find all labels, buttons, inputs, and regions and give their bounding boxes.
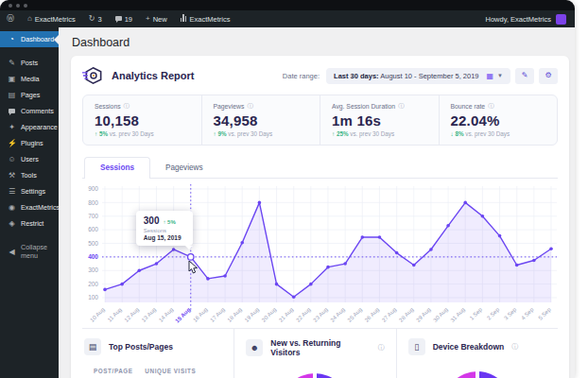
info-icon[interactable]: ⓘ	[124, 102, 130, 111]
date-range-preset: Last 30 days:	[334, 72, 379, 80]
date-range-label: Date range:	[283, 72, 320, 80]
table-headers: POST/PAGEUNIQUE VISITS	[84, 368, 222, 374]
svg-text:2 Sep: 2 Sep	[486, 306, 501, 321]
sidebar-item-comments[interactable]: Comments	[0, 103, 59, 119]
wp-sidebar: ◔Dashboard✎Posts▣Media▤PagesComments✦App…	[0, 27, 59, 378]
date-range-picker[interactable]: Last 30 days: August 10 - September 5, 2…	[326, 68, 510, 84]
sidebar-item-tools[interactable]: ⚒Tools	[0, 167, 59, 183]
card-new-vs-returning-visitors: ☻New vs. Returning Visitorsⓘ	[233, 329, 395, 378]
lock-icon: ◈	[8, 219, 16, 228]
tooltip-value: 300	[144, 215, 160, 226]
admin-bar-items: Ⓦ⌂ExactMetrics↻319+NewExactMetrics	[0, 10, 236, 27]
delta-up-arrow: ↑ 5%	[95, 130, 108, 137]
sidebar-item-pages[interactable]: ▤Pages	[0, 87, 59, 103]
metric-bounce-rate: Bounce rateⓘ22.04%↓ 8% vs. prev 30 Days	[439, 95, 558, 145]
card-title: Device Breakdown	[433, 342, 505, 352]
report-settings-button[interactable]: ⚙	[539, 68, 558, 84]
comments-icon	[8, 107, 16, 115]
svg-text:14 Aug: 14 Aug	[158, 306, 174, 322]
line-chart[interactable]: 10020030040050060070080090010 Aug11 Aug1…	[82, 184, 557, 322]
pencil-icon: ✎	[522, 72, 528, 79]
sidebar-item-appearance[interactable]: ✦Appearance	[0, 119, 59, 135]
svg-text:200: 200	[88, 281, 98, 287]
svg-text:5 Sep: 5 Sep	[537, 306, 552, 321]
card-device-breakdown: ▯Device Breakdownⓘ	[396, 329, 558, 378]
sidebar-item-posts[interactable]: ✎Posts	[0, 55, 59, 71]
pie-chart	[443, 371, 511, 378]
page-title: Dashboard	[72, 36, 575, 49]
users-icon: ☺	[8, 155, 16, 163]
admin-bar-account[interactable]: Howdy, ExactMetrics	[486, 14, 575, 25]
metric-avg-session-duration: Avg. Session Durationⓘ1m 16s↑ 25% vs. pr…	[320, 95, 439, 145]
sidebar-item-users[interactable]: ☺Users	[0, 151, 59, 167]
screenshot-stage: Ⓦ⌂ExactMetrics↻319+NewExactMetrics Howdy…	[0, 0, 588, 378]
info-icon[interactable]: ⓘ	[511, 342, 518, 352]
tooltip-delta: ↑ 5%	[163, 219, 175, 225]
svg-text:25 Aug: 25 Aug	[347, 306, 363, 322]
svg-text:21 Aug: 21 Aug	[278, 306, 294, 322]
sidebar-item-collapse-menu[interactable]: ◀Collapse menu	[0, 239, 59, 264]
sidebar-item-plugins[interactable]: ⚡Plugins	[0, 135, 59, 151]
svg-text:19 Aug: 19 Aug	[244, 306, 260, 322]
svg-text:10 Aug: 10 Aug	[89, 306, 105, 322]
document-icon: ▤	[84, 338, 101, 355]
svg-text:900: 900	[88, 185, 98, 192]
pie-chart	[281, 373, 349, 378]
wp-admin-bar: Ⓦ⌂ExactMetrics↻319+NewExactMetrics Howdy…	[0, 10, 575, 27]
admin-bar-item-exactmetrics[interactable]: ⌂ExactMetrics	[21, 10, 82, 27]
settings-icon: ☰	[8, 187, 16, 196]
updates-icon: ↻	[89, 15, 95, 23]
admin-bar-item-3[interactable]: ↻3	[82, 10, 109, 27]
metric-value: 34,958	[214, 112, 309, 129]
admin-bar-item-19[interactable]: 19	[109, 10, 139, 27]
info-icon[interactable]: ⓘ	[488, 102, 494, 111]
appearance-icon: ✦	[8, 123, 16, 131]
sidebar-item-restrict[interactable]: ◈Restrict	[0, 215, 59, 232]
sidebar-item-settings[interactable]: ☰Settings	[0, 183, 59, 199]
tooltip-series: Sessions	[144, 228, 185, 233]
svg-text:300: 300	[88, 266, 98, 273]
collapse-icon: ◀	[8, 248, 16, 256]
metric-value: 10,158	[95, 112, 190, 129]
chart-tooltip: 300 ↑ 5% Sessions Aug 15, 2019	[136, 211, 193, 246]
sessions-chart: 10020030040050060070080090010 Aug11 Aug1…	[82, 184, 558, 324]
sidebar-item-media[interactable]: ▣Media	[0, 71, 59, 87]
home-icon: ⌂	[27, 15, 32, 23]
browser-titlebar	[0, 0, 575, 10]
info-icon[interactable]: ⓘ	[247, 102, 253, 111]
svg-text:400: 400	[88, 253, 98, 260]
wordpress-icon: Ⓦ	[7, 15, 14, 23]
posts-icon: ✎	[8, 59, 16, 67]
date-range-value: August 10 - September 5, 2019	[379, 72, 479, 80]
svg-text:800: 800	[88, 199, 98, 206]
window-dot	[9, 4, 12, 8]
svg-text:3 Sep: 3 Sep	[503, 306, 518, 321]
caret-down-icon: ▼	[497, 73, 503, 78]
calendar-icon: ▦	[486, 72, 493, 80]
dashboard-icon: ◔	[8, 35, 16, 43]
tab-pageviews[interactable]: Pageviews	[150, 157, 218, 178]
svg-text:600: 600	[88, 226, 98, 232]
info-icon[interactable]: ⓘ	[378, 343, 385, 352]
report-controls: Date range: Last 30 days: August 10 - Se…	[283, 68, 558, 84]
sidebar-item-dashboard[interactable]: ◔Dashboard	[0, 31, 59, 47]
content-area: Dashboard	[59, 27, 575, 378]
svg-text:30 Aug: 30 Aug	[432, 306, 448, 322]
chart-tabs: SessionsPageviews	[82, 157, 558, 179]
report-header: Analytics Report Date range: Last 30 day…	[82, 64, 558, 87]
howdy-label[interactable]: Howdy, ExactMetrics	[486, 15, 551, 24]
tab-sessions[interactable]: Sessions	[84, 157, 150, 179]
plugins-icon: ⚡	[8, 139, 16, 147]
metrics-row: Sessionsⓘ10,158↑ 5% vs. prev 30 DaysPage…	[82, 94, 558, 146]
admin-bar-item-new[interactable]: +New	[139, 10, 174, 27]
comments-icon	[115, 15, 122, 23]
sidebar-item-exactmetrics[interactable]: ◉ExactMetrics	[0, 199, 59, 215]
svg-text:27 Aug: 27 Aug	[381, 306, 397, 322]
delta-down-arrow: ↓ 8%	[451, 130, 464, 137]
gear-icon: ⚙	[545, 72, 551, 79]
card-top-posts-pages: ▤Top Posts/PagesPOST/PAGEUNIQUE VISITS	[82, 329, 233, 378]
admin-bar-item-exactmetrics[interactable]: ExactMetrics	[174, 10, 237, 27]
admin-bar-item-wordpress[interactable]: Ⓦ	[0, 10, 21, 27]
edit-report-button[interactable]: ✎	[515, 68, 534, 84]
info-icon[interactable]: ⓘ	[398, 102, 405, 111]
